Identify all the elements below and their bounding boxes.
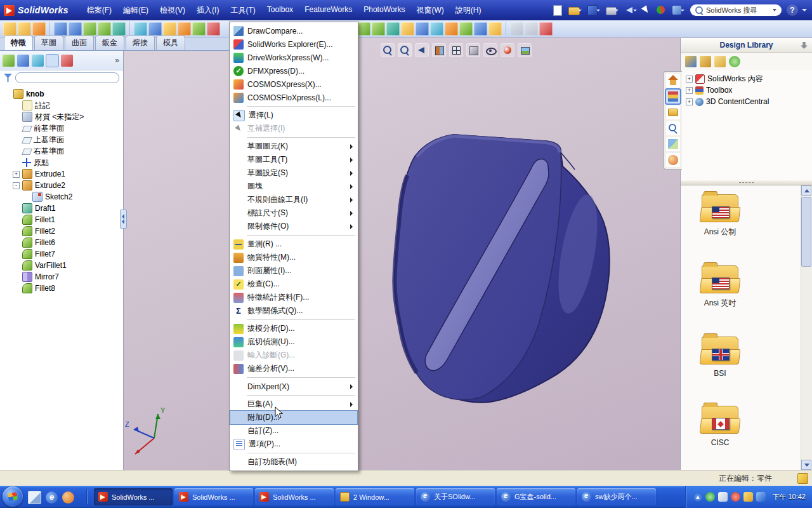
menu-item[interactable]: [230, 393, 357, 398]
toolbar-icon[interactable]: [148, 22, 162, 36]
menubar-item[interactable]: 檢視(V): [154, 3, 191, 18]
view-tool-icon[interactable]: [483, 43, 497, 57]
design-library-tree-item[interactable]: + 3D ContentCentral: [686, 96, 807, 107]
standard-toolbar-icon[interactable]: [551, 4, 564, 17]
menu-item[interactable]: COSMOSXpress(X)...: [230, 77, 357, 91]
menu-item[interactable]: 自訂(Z)...: [230, 424, 357, 438]
expand-toggle[interactable]: +: [686, 98, 693, 105]
menu-item[interactable]: 物質特性(M)...: [230, 251, 357, 264]
command-tab[interactable]: 曲面: [65, 36, 94, 50]
toolbar-icon[interactable]: [539, 22, 553, 36]
design-library-splitter[interactable]: [681, 180, 812, 185]
expand-toggle[interactable]: +: [686, 87, 693, 94]
menu-item[interactable]: 自訂功能表(M): [230, 455, 357, 469]
command-tab[interactable]: 鈑金: [95, 36, 124, 50]
menu-item[interactable]: 檢查(C)...: [230, 277, 357, 291]
command-tab[interactable]: 熔接: [126, 36, 155, 50]
design-library-tool-icon[interactable]: [729, 56, 740, 67]
configuration-manager-tab-icon[interactable]: [32, 55, 44, 67]
knob-3d-model[interactable]: [124, 38, 680, 470]
feature-tree-item[interactable]: 原點: [13, 157, 123, 168]
view-tool-icon[interactable]: [501, 43, 514, 57]
scrollbar-thumb[interactable]: [801, 197, 811, 267]
design-library-tool-icon[interactable]: [685, 56, 697, 67]
feature-tree-item[interactable]: Fillet2: [13, 225, 123, 237]
graphics-viewport[interactable]: Z Y: [124, 38, 680, 470]
menu-item[interactable]: 特徵統計資料(F)...: [230, 291, 357, 304]
feature-tree-item[interactable]: Sketch2: [23, 191, 123, 203]
task-pane-tab[interactable]: [666, 137, 680, 151]
standard-toolbar-icon[interactable]: [669, 4, 685, 17]
display-pane-tab-icon[interactable]: [61, 55, 73, 67]
toolbar-icon[interactable]: [357, 22, 370, 36]
taskbar-task[interactable]: G宝盘-solid...: [497, 488, 575, 505]
toolbar-icon[interactable]: [3, 22, 16, 36]
design-library-folder[interactable]: BSI: [690, 337, 750, 378]
toolbar-icon[interactable]: [32, 22, 46, 36]
menu-item[interactable]: 選項(P)...: [230, 438, 357, 451]
menu-item[interactable]: [230, 233, 357, 237]
design-library-tree-item[interactable]: + Toolbox: [686, 84, 807, 96]
toolbar-options-caret-icon[interactable]: [802, 9, 807, 11]
tray-expand-icon[interactable]: [693, 493, 702, 502]
toolbar-icon[interactable]: [372, 22, 385, 36]
toolbar-icon[interactable]: [430, 22, 443, 36]
design-library-scrollbar[interactable]: [801, 185, 812, 470]
menu-item[interactable]: 量測(R) ...: [230, 237, 357, 251]
tree-filter-input[interactable]: [15, 72, 119, 83]
quick-launch-icon[interactable]: [62, 491, 74, 504]
feature-tree-item[interactable]: Draft1: [13, 203, 123, 214]
menubar-item[interactable]: 說明(H): [450, 3, 487, 18]
view-tool-icon[interactable]: [398, 43, 412, 57]
expand-toggle[interactable]: +: [686, 76, 693, 83]
menu-item[interactable]: 輸入診斷(G)...: [230, 349, 357, 362]
taskbar-task[interactable]: sw缺少两个...: [577, 488, 656, 505]
standard-toolbar-icon[interactable]: [603, 4, 619, 17]
view-tool-icon[interactable]: [449, 43, 463, 57]
menu-item[interactable]: DimXpert(X): [230, 380, 357, 393]
menu-item[interactable]: [230, 375, 357, 380]
feature-tree-item[interactable]: 註記: [13, 100, 123, 111]
taskbar-task[interactable]: 关于SOlidw...: [416, 488, 495, 505]
menubar-item[interactable]: 檔案(F): [81, 3, 117, 18]
scroll-up-button[interactable]: [801, 185, 811, 196]
panel-splitter-handle[interactable]: [120, 210, 127, 229]
feature-tree-item[interactable]: 右基準面: [13, 145, 123, 157]
feature-tree-item[interactable]: Fillet8: [13, 283, 123, 294]
status-grid-icon[interactable]: [797, 473, 808, 484]
menu-item[interactable]: DriveWorksXpress(W)...: [230, 51, 357, 64]
menu-item[interactable]: 圖塊: [230, 180, 357, 193]
expand-toggle[interactable]: +: [13, 171, 20, 178]
menubar-item[interactable]: 工具(T): [225, 3, 261, 18]
view-tool-icon[interactable]: [415, 43, 429, 57]
taskbar-task[interactable]: SolidWorks ...: [255, 488, 334, 505]
expand-toggle[interactable]: -: [13, 182, 20, 189]
help-button[interactable]: ?: [787, 4, 798, 16]
taskbar-task[interactable]: 2 Window...: [336, 488, 414, 505]
toolbar-icon[interactable]: [459, 22, 473, 36]
menubar-item[interactable]: 插入(I): [191, 3, 225, 18]
task-pane-tab[interactable]: [666, 74, 680, 88]
feature-tree-item[interactable]: VarFillet1: [13, 260, 123, 271]
menu-item[interactable]: [230, 451, 357, 455]
menu-item[interactable]: COSMOSFloXpress(L)...: [230, 91, 357, 104]
menu-item[interactable]: 互補選擇(I): [230, 122, 357, 135]
toolbar-icon[interactable]: [192, 22, 206, 36]
menu-item[interactable]: 選擇(L): [230, 109, 357, 122]
menu-item[interactable]: 草圖設定(S): [230, 166, 357, 180]
menu-item[interactable]: [230, 135, 357, 140]
feature-tree-root[interactable]: knob: [4, 88, 123, 100]
tray-icon[interactable]: [743, 492, 753, 502]
menubar-item[interactable]: PhotoWorks: [358, 3, 410, 18]
menu-item[interactable]: 不規則曲線工具(I): [230, 193, 357, 206]
property-manager-tab-icon[interactable]: [17, 55, 29, 67]
design-library-folder[interactable]: Ansi 英吋: [690, 265, 750, 309]
design-library-tool-icon[interactable]: [700, 56, 711, 67]
feature-tree-item[interactable]: Fillet7: [13, 248, 123, 260]
feature-tree-item[interactable]: Mirror7: [13, 271, 123, 283]
command-tab[interactable]: 草圖: [34, 36, 63, 50]
menu-item[interactable]: 巨集(A): [230, 398, 357, 411]
design-library-tree-item[interactable]: + SolidWorks 內容: [686, 73, 807, 84]
toolbar-icon[interactable]: [510, 22, 523, 36]
menu-item[interactable]: 限制條件(O): [230, 220, 357, 233]
